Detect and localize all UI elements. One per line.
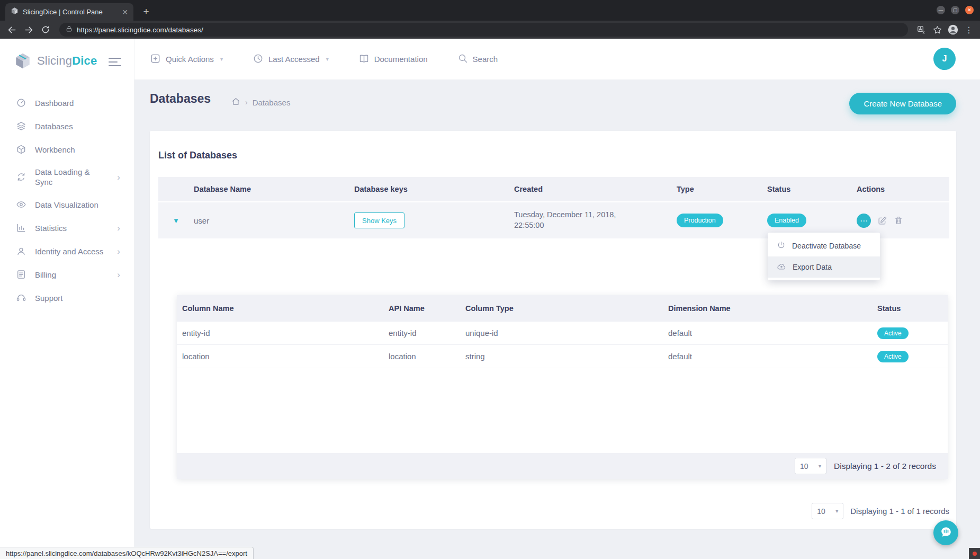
breadcrumb-separator: › <box>245 98 248 107</box>
more-actions-icon: ⋯ <box>860 217 868 225</box>
window-minimize-button[interactable]: — <box>937 6 945 14</box>
page-size-select[interactable]: 10 ▾ <box>812 503 843 519</box>
col-database-keys: Database keys <box>354 185 514 193</box>
records-summary: Displaying 1 - 2 of 2 records <box>834 462 936 471</box>
browser-toolbar: https://panel.slicingdice.com/databases/… <box>0 21 980 39</box>
columns-panel: Column Name API Name Column Type Dimensi… <box>177 295 948 479</box>
sidebar-collapse-icon[interactable] <box>109 58 121 66</box>
sidebar-item-support[interactable]: Support <box>0 287 134 310</box>
browser-menu-icon[interactable]: ⋮ <box>962 23 976 37</box>
collapse-row-icon[interactable]: ▼ <box>158 217 194 225</box>
chevron-down-icon: ▾ <box>835 508 838 514</box>
forward-icon[interactable] <box>21 22 36 37</box>
active-badge: Active <box>877 327 909 339</box>
breadcrumb-current[interactable]: Databases <box>253 98 291 107</box>
col-api-name: API Name <box>389 304 465 313</box>
favicon-cube-icon <box>11 7 19 17</box>
type-badge: Production <box>677 214 723 227</box>
databases-pagination: 10 ▾ Displaying 1 - 1 of 1 records <box>812 503 949 519</box>
eye-icon <box>16 199 26 211</box>
menu-item-deactivate-database[interactable]: Deactivate Database <box>768 235 880 256</box>
sidebar: SlicingDice Dashboard Databases Workbenc… <box>0 39 134 559</box>
logo-wordmark: SlicingDice <box>37 54 97 68</box>
address-bar[interactable]: https://panel.slicingdice.com/databases/ <box>59 23 908 37</box>
invoice-icon <box>16 269 26 281</box>
window-close-button[interactable]: ✕ <box>965 6 974 14</box>
tab-title: SlicingDice | Control Pane <box>23 8 118 16</box>
sidebar-item-databases[interactable]: Databases <box>0 115 134 138</box>
column-row-location: location location string default Active <box>177 345 948 368</box>
database-name-cell: user <box>194 216 354 225</box>
page-size-select[interactable]: 10 ▾ <box>795 458 826 474</box>
documentation-link[interactable]: Documentation <box>358 53 428 66</box>
cloud-export-icon <box>777 262 786 273</box>
chevron-right-icon: › <box>117 172 120 183</box>
created-cell: Tuesday, December 11, 2018, 22:55:00 <box>514 210 677 230</box>
home-icon[interactable] <box>231 97 240 108</box>
chevron-down-icon: ▾ <box>220 56 223 62</box>
tab-close-icon[interactable]: ✕ <box>122 8 128 16</box>
chevron-right-icon: › <box>117 246 120 257</box>
browser-profile-icon[interactable] <box>946 23 960 37</box>
active-badge: Active <box>877 351 909 362</box>
columns-pagination: 10 ▾ Displaying 1 - 2 of 2 records <box>177 453 948 479</box>
quick-actions-menu[interactable]: Quick Actions ▾ <box>150 53 223 66</box>
scroll-corner-indicator <box>969 548 980 559</box>
bookmark-star-icon[interactable] <box>930 23 944 37</box>
browser-tab[interactable]: SlicingDice | Control Pane ✕ <box>5 3 133 21</box>
reload-icon[interactable] <box>38 22 53 37</box>
edit-icon[interactable] <box>877 216 887 226</box>
col-nested-status: Status <box>877 304 948 313</box>
col-created: Created <box>514 185 677 193</box>
more-actions-button[interactable]: ⋯ <box>857 214 871 228</box>
url-text: https://panel.slicingdice.com/databases/ <box>77 26 203 34</box>
bar-chart-icon <box>16 223 26 235</box>
databases-table: Database Name Database keys Created Type… <box>158 177 949 238</box>
delete-icon[interactable] <box>894 216 903 225</box>
sidebar-item-billing[interactable]: Billing › <box>0 263 134 287</box>
last-accessed-menu[interactable]: Last Accessed ▾ <box>253 53 329 66</box>
sidebar-item-workbench[interactable]: Workbench <box>0 138 134 162</box>
logo-cube-icon <box>14 52 32 70</box>
sidebar-item-data-visualization[interactable]: Data Visualization <box>0 193 134 217</box>
cube-icon <box>16 144 26 156</box>
search-icon <box>457 53 468 65</box>
browser-tab-strip: SlicingDice | Control Pane ✕ + — ▢ ✕ <box>0 0 980 21</box>
col-actions: Actions <box>857 185 949 193</box>
records-summary: Displaying 1 - 1 of 1 records <box>850 507 949 516</box>
chevron-down-icon: ▾ <box>326 56 329 62</box>
row-actions: ⋯ <box>857 214 949 228</box>
status-badge: Enabled <box>767 214 806 227</box>
sidebar-nav: Dashboard Databases Workbench Data Loadi… <box>0 92 134 310</box>
chevron-right-icon: › <box>117 223 120 234</box>
sidebar-item-data-loading-sync[interactable]: Data Loading & Sync › <box>0 162 134 193</box>
search-control[interactable]: Search <box>457 53 498 65</box>
create-new-database-button[interactable]: Create New Database <box>849 93 956 114</box>
breadcrumb: › Databases <box>231 97 290 108</box>
user-avatar[interactable]: J <box>933 48 956 70</box>
columns-table-header: Column Name API Name Column Type Dimensi… <box>177 295 948 322</box>
app-topbar: Quick Actions ▾ Last Accessed ▾ Document… <box>134 39 980 79</box>
window-controls: — ▢ ✕ <box>937 6 974 14</box>
headset-icon <box>16 292 26 305</box>
back-icon[interactable] <box>4 22 19 37</box>
layers-icon <box>16 121 26 133</box>
status-url-bubble: https://panel.slicingdice.com/databases/… <box>0 547 254 559</box>
book-icon <box>358 53 370 66</box>
col-database-name: Database Name <box>194 185 354 193</box>
column-row-entity-id: entity-id entity-id unique-id default Ac… <box>177 322 948 345</box>
sidebar-item-statistics[interactable]: Statistics › <box>0 217 134 240</box>
chevron-down-icon: ▾ <box>819 463 821 469</box>
translate-icon[interactable] <box>914 23 928 37</box>
sidebar-item-dashboard[interactable]: Dashboard <box>0 92 134 115</box>
menu-item-export-data[interactable]: Export Data <box>768 256 880 278</box>
databases-card: List of Databases Database Name Database… <box>150 131 956 529</box>
actions-dropdown-menu: Deactivate Database Export Data <box>768 233 880 280</box>
new-tab-button[interactable]: + <box>140 5 152 18</box>
sidebar-item-identity-access[interactable]: Identity and Access › <box>0 240 134 263</box>
browser-window: SlicingDice | Control Pane ✕ + — ▢ ✕ htt… <box>0 0 980 559</box>
window-maximize-button[interactable]: ▢ <box>951 6 959 14</box>
show-keys-button[interactable]: Show Keys <box>354 212 404 228</box>
slicingdice-logo[interactable]: SlicingDice <box>14 49 97 73</box>
chat-launcher-button[interactable] <box>933 520 958 545</box>
